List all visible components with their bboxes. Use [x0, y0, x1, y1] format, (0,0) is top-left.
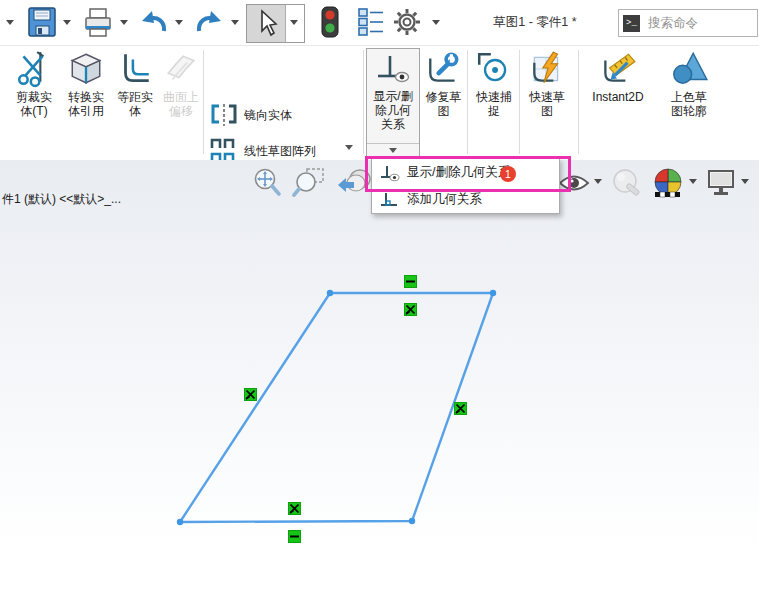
- select-cursor-icon: [254, 9, 280, 37]
- offset-entities-icon: [116, 50, 154, 88]
- button-label: 显示/删: [373, 89, 412, 103]
- rapid-sketch-icon: [528, 50, 566, 88]
- button-label: 快速捕: [476, 90, 512, 104]
- button-label: Instant2D: [592, 90, 643, 104]
- traffic-light-icon[interactable]: [316, 5, 344, 39]
- options-gear-icon[interactable]: [391, 6, 423, 38]
- convert-entities-icon: [67, 50, 105, 88]
- redo-icon[interactable]: [194, 8, 224, 36]
- button-label: 体(T): [20, 104, 47, 118]
- save-icon[interactable]: [26, 5, 58, 39]
- surface-offset-icon: [162, 50, 200, 88]
- toolbar-overflow-caret[interactable]: [6, 20, 14, 29]
- save-caret[interactable]: [63, 20, 71, 29]
- command-search[interactable]: >_: [618, 9, 758, 37]
- sketch-vertex[interactable]: [177, 519, 183, 525]
- trim-entities-button[interactable]: 剪裁实 体(T): [8, 48, 60, 118]
- button-label: 修复草: [426, 90, 462, 104]
- button-label: 体引用: [68, 104, 104, 118]
- button-label: 图: [438, 104, 450, 118]
- button-label: 图: [541, 104, 553, 118]
- display-delete-relations-icon: [379, 164, 401, 182]
- button-label: 等距实: [117, 90, 153, 104]
- mirror-entities-icon: [210, 103, 238, 127]
- trim-entities-icon: [15, 50, 53, 88]
- menu-item-label: 显示/删除几何关系: [407, 164, 510, 181]
- redo-caret[interactable]: [231, 20, 239, 29]
- add-relation-icon: [379, 191, 401, 209]
- display-delete-relations-icon: [373, 52, 413, 86]
- rapid-sketch-button[interactable]: 快速草 图: [521, 48, 573, 118]
- shaded-sketch-contours-icon: [668, 50, 710, 88]
- convert-entities-button[interactable]: 转换实 体引用: [60, 48, 112, 118]
- button-label: 上色草: [671, 90, 707, 104]
- surface-offset-button-disabled: 曲面上 偏移: [158, 48, 204, 118]
- print-icon[interactable]: [82, 6, 114, 38]
- undo-caret[interactable]: [175, 20, 183, 29]
- button-label: 体: [129, 104, 141, 118]
- undo-icon[interactable]: [139, 8, 169, 36]
- instant2d-button[interactable]: Instant2D: [582, 48, 654, 104]
- relation-horizontal-icon[interactable]: [404, 275, 417, 288]
- menu-item-label: 添加几何关系: [407, 191, 482, 208]
- select-caret[interactable]: [290, 20, 298, 29]
- sketch-vertex[interactable]: [409, 518, 415, 524]
- display-delete-relations-button[interactable]: 显示/删 除几何 关系: [366, 48, 420, 158]
- step-badge: 1: [500, 166, 516, 182]
- relation-fixed-icon[interactable]: [244, 388, 257, 401]
- repair-sketch-button[interactable]: 修复草 图: [420, 48, 467, 118]
- button-label: 线性草图阵列: [244, 143, 316, 160]
- sketch-vertex[interactable]: [327, 290, 333, 296]
- repair-sketch-icon: [425, 50, 463, 88]
- button-label: 偏移: [169, 104, 193, 118]
- quick-access-toolbar: 草图1 - 零件1 * >_: [0, 0, 759, 45]
- mirror-entities-button[interactable]: 镜向实体: [209, 98, 361, 132]
- sketch-vertex[interactable]: [490, 290, 496, 296]
- document-title: 草图1 - 零件1 *: [440, 14, 630, 31]
- quick-snaps-button[interactable]: 快速捕 捉: [470, 48, 518, 118]
- select-tool[interactable]: [246, 4, 305, 43]
- instant2d-icon: [598, 50, 638, 88]
- relation-horizontal-icon[interactable]: [288, 530, 301, 543]
- button-label: 关系: [381, 117, 405, 131]
- search-prompt-icon: >_: [623, 15, 640, 32]
- button-label: 快速草: [529, 90, 565, 104]
- button-label: 捉: [488, 104, 500, 118]
- button-label: 剪裁实: [16, 90, 52, 104]
- sketch-ribbon: 剪裁实 体(T) 转换实 体引用 等距实 体 曲面上 偏移: [0, 45, 759, 162]
- quick-snaps-icon: [475, 50, 513, 88]
- relation-fixed-icon[interactable]: [454, 402, 467, 415]
- button-label: 镜向实体: [244, 107, 292, 124]
- relation-fixed-icon[interactable]: [404, 303, 417, 316]
- ribbon-separator: [363, 50, 364, 154]
- offset-entities-button[interactable]: 等距实 体: [112, 48, 158, 118]
- menu-item-add-relation[interactable]: 添加几何关系: [372, 186, 559, 213]
- print-caret[interactable]: [120, 20, 128, 29]
- graphics-area[interactable]: 件1 (默认) <<默认>_...: [0, 160, 759, 592]
- menu-item-display-delete-relations[interactable]: 显示/删除几何关系: [372, 159, 559, 186]
- ribbon-separator: [467, 50, 468, 154]
- button-label: 图轮廓: [671, 104, 707, 118]
- ribbon-separator: [519, 50, 520, 154]
- button-label: 除几何: [375, 103, 411, 117]
- display-delete-relations-caret-zone[interactable]: [367, 143, 419, 157]
- linear-pattern-caret[interactable]: [345, 145, 353, 154]
- button-label: 曲面上: [163, 90, 199, 104]
- sketch-geometry[interactable]: [0, 160, 759, 592]
- search-input[interactable]: [646, 15, 757, 31]
- gear-caret[interactable]: [432, 20, 440, 29]
- relations-dropdown-menu: 显示/删除几何关系 添加几何关系: [371, 158, 560, 214]
- button-label: 转换实: [68, 90, 104, 104]
- ribbon-separator: [578, 50, 579, 154]
- shaded-sketch-contours-button[interactable]: 上色草 图轮廓: [658, 48, 720, 118]
- relation-fixed-icon[interactable]: [288, 502, 301, 515]
- display-pane-icon[interactable]: [356, 6, 386, 38]
